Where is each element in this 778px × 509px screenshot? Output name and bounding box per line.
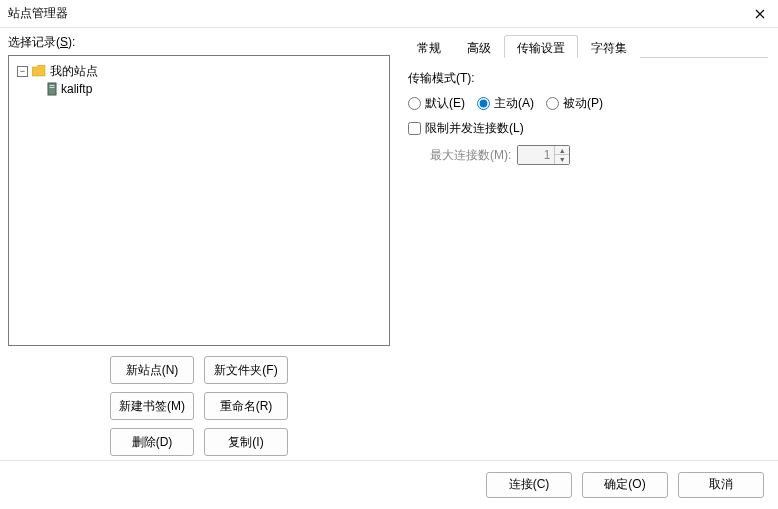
svg-rect-1 — [50, 85, 55, 86]
spinner-up[interactable]: ▲ — [555, 146, 569, 155]
max-connections-row: 最大连接数(M): ▲ ▼ — [408, 145, 764, 165]
tab-charset[interactable]: 字符集 — [578, 35, 640, 58]
folder-icon — [32, 65, 46, 77]
tree-child-label: kaliftp — [61, 82, 92, 96]
spinner-buttons: ▲ ▼ — [554, 146, 569, 164]
select-record-label: 选择记录(S): — [8, 34, 390, 51]
new-folder-button[interactable]: 新文件夹(F) — [204, 356, 288, 384]
spinner-down[interactable]: ▼ — [555, 155, 569, 164]
svg-rect-2 — [50, 87, 55, 88]
limit-connections-row: 限制并发连接数(L) — [408, 120, 764, 137]
right-panel: 常规 高级 传输设置 字符集 传输模式(T): 默认(E) 主动(A) — [398, 28, 778, 460]
radio-active-input[interactable] — [477, 97, 490, 110]
svg-rect-0 — [48, 83, 56, 95]
tree-child-row[interactable]: kaliftp — [13, 80, 385, 98]
main-area: 选择记录(S): − 我的站点 kaliftp 新站点(N) 新文件夹(F) 新… — [0, 28, 778, 460]
radio-default-input[interactable] — [408, 97, 421, 110]
tab-transfer-settings[interactable]: 传输设置 — [504, 35, 578, 58]
delete-button[interactable]: 删除(D) — [110, 428, 194, 456]
tree-root-row[interactable]: − 我的站点 — [13, 62, 385, 80]
radio-default[interactable]: 默认(E) — [408, 95, 465, 112]
tab-advanced[interactable]: 高级 — [454, 35, 504, 58]
max-connections-label: 最大连接数(M): — [430, 147, 511, 164]
close-button[interactable] — [750, 4, 770, 24]
dialog-footer: 连接(C) 确定(O) 取消 — [0, 460, 778, 508]
site-tree[interactable]: − 我的站点 kaliftp — [8, 55, 390, 346]
max-connections-spinner[interactable]: ▲ ▼ — [517, 145, 570, 165]
transfer-mode-label: 传输模式(T): — [408, 70, 764, 87]
tree-root-label: 我的站点 — [50, 63, 98, 80]
site-buttons: 新站点(N) 新文件夹(F) 新建书签(M) 重命名(R) 删除(D) 复制(I… — [8, 356, 390, 456]
window-title: 站点管理器 — [8, 5, 68, 22]
cancel-button[interactable]: 取消 — [678, 472, 764, 498]
radio-active[interactable]: 主动(A) — [477, 95, 534, 112]
tab-strip: 常规 高级 传输设置 字符集 — [404, 34, 768, 58]
transfer-mode-radios: 默认(E) 主动(A) 被动(P) — [408, 95, 764, 112]
new-site-button[interactable]: 新站点(N) — [110, 356, 194, 384]
limit-connections-checkbox[interactable]: 限制并发连接数(L) — [408, 120, 524, 137]
transfer-settings-body: 传输模式(T): 默认(E) 主动(A) 被动(P) — [404, 58, 768, 456]
server-icon — [47, 82, 57, 96]
new-bookmark-button[interactable]: 新建书签(M) — [110, 392, 194, 420]
radio-passive[interactable]: 被动(P) — [546, 95, 603, 112]
max-connections-input[interactable] — [518, 146, 554, 164]
ok-button[interactable]: 确定(O) — [582, 472, 668, 498]
duplicate-button[interactable]: 复制(I) — [204, 428, 288, 456]
limit-connections-input[interactable] — [408, 122, 421, 135]
rename-button[interactable]: 重命名(R) — [204, 392, 288, 420]
close-icon — [755, 9, 765, 19]
radio-passive-input[interactable] — [546, 97, 559, 110]
left-panel: 选择记录(S): − 我的站点 kaliftp 新站点(N) 新文件夹(F) 新… — [0, 28, 398, 460]
connect-button[interactable]: 连接(C) — [486, 472, 572, 498]
tab-general[interactable]: 常规 — [404, 35, 454, 58]
tree-collapse-toggle[interactable]: − — [17, 66, 28, 77]
title-bar: 站点管理器 — [0, 0, 778, 28]
